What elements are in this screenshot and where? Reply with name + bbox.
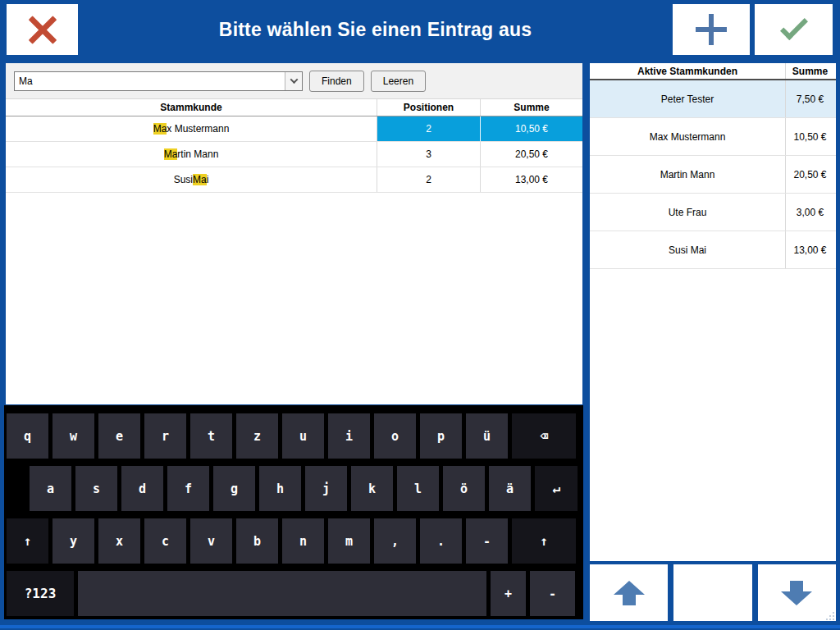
key-o-umlaut[interactable]: ö <box>443 466 485 511</box>
keyboard-row: asdfghjklöä↵ <box>4 466 583 511</box>
scroll-up-button[interactable] <box>590 564 668 621</box>
key-q[interactable]: q <box>7 413 48 459</box>
key-v[interactable]: v <box>190 518 232 564</box>
key-hyphen[interactable]: - <box>466 518 508 564</box>
active-customer-name: Martin Mann <box>590 156 785 193</box>
key-j[interactable]: j <box>305 466 347 511</box>
active-customer-sum: 7,50 € <box>785 80 834 117</box>
key-c[interactable]: c <box>144 518 186 564</box>
up-arrow-icon <box>614 581 645 605</box>
key-r[interactable]: r <box>144 413 186 459</box>
backspace-key[interactable]: ⌫ <box>512 413 576 459</box>
key-h[interactable]: h <box>259 466 301 511</box>
search-results-panel: Finden Leeren Stammkunde Positionen Summ… <box>6 63 582 404</box>
search-match-highlight: Ma <box>153 123 167 135</box>
key-a-umlaut[interactable]: ä <box>489 466 531 511</box>
key-p[interactable]: p <box>420 413 462 459</box>
key-plus[interactable]: + <box>491 571 526 616</box>
keyboard-row: ↑yxcvbnm,.-↑ <box>4 518 583 564</box>
add-button[interactable] <box>673 4 750 55</box>
key-w[interactable]: w <box>52 413 94 459</box>
key-n[interactable]: n <box>282 518 324 564</box>
active-customer-name: Susi Mai <box>590 231 785 268</box>
results-table-body: Max Mustermann210,50 €Martin Mann320,50 … <box>6 116 582 193</box>
keyboard-row: qwertzuiopü⌫ <box>4 413 583 459</box>
key-e[interactable]: e <box>98 413 140 459</box>
pager-middle-button[interactable] <box>673 564 751 621</box>
key-period[interactable]: . <box>420 518 462 564</box>
table-row[interactable]: Martin Mann320,50 € <box>6 142 582 167</box>
virtual-keyboard: qwertzuiopü⌫asdfghjklöä↵↑yxcvbnm,.-↑?123… <box>4 405 583 619</box>
active-customer-name: Peter Tester <box>590 80 785 117</box>
table-row[interactable]: Susi Mai213,00 € <box>6 167 582 193</box>
key-o[interactable]: o <box>374 413 416 459</box>
positions-cell: 2 <box>377 167 480 192</box>
close-button[interactable] <box>7 4 78 55</box>
column-header-aktive-stammkunden[interactable]: Aktive Stammkunden <box>590 63 785 79</box>
key-m[interactable]: m <box>328 518 370 564</box>
titlebar: Bitte wählen Sie einen Eintrag aus <box>0 0 840 61</box>
list-item[interactable]: Martin Mann20,50 € <box>590 156 836 194</box>
key-z[interactable]: z <box>236 413 278 459</box>
name-text: rtin Mann <box>177 148 218 160</box>
key-s[interactable]: s <box>75 466 117 511</box>
space-key[interactable] <box>78 571 486 616</box>
key-u-umlaut[interactable]: ü <box>466 413 508 459</box>
symbols-key[interactable]: ?123 <box>7 571 74 616</box>
key-l[interactable]: l <box>397 466 439 511</box>
column-header-stammkunde[interactable]: Stammkunde <box>6 99 377 116</box>
key-u[interactable]: u <box>282 413 324 459</box>
key-comma[interactable]: , <box>374 518 416 564</box>
active-customers-panel: Aktive Stammkunden Summe Peter Tester7,5… <box>590 63 836 561</box>
column-header-summe-right[interactable]: Summe <box>785 63 834 79</box>
key-x[interactable]: x <box>98 518 140 564</box>
column-header-positionen[interactable]: Positionen <box>377 99 480 116</box>
key-minus[interactable]: - <box>530 571 575 616</box>
search-combobox[interactable] <box>14 71 303 91</box>
table-row[interactable]: Max Mustermann210,50 € <box>6 116 582 142</box>
search-input[interactable] <box>15 72 285 90</box>
active-table-body: Peter Tester7,50 €Max Mustermann10,50 €M… <box>590 80 836 269</box>
key-d[interactable]: d <box>121 466 163 511</box>
list-item[interactable]: Peter Tester7,50 € <box>590 80 836 118</box>
confirm-button[interactable] <box>755 4 833 55</box>
key-b[interactable]: b <box>236 518 278 564</box>
find-button[interactable]: Finden <box>309 71 364 92</box>
active-customer-sum: 10,50 € <box>785 118 834 155</box>
list-item[interactable]: Ute Frau3,00 € <box>590 194 836 231</box>
key-a[interactable]: a <box>30 466 71 511</box>
sum-cell: 10,50 € <box>480 116 582 141</box>
down-arrow-icon <box>781 581 812 605</box>
positions-cell: 2 <box>377 116 480 141</box>
key-y[interactable]: y <box>52 518 94 564</box>
dropdown-arrow-icon[interactable] <box>285 72 302 90</box>
active-customer-sum: 20,50 € <box>785 156 834 193</box>
list-item[interactable]: Susi Mai13,00 € <box>590 231 836 269</box>
customer-name-cell: Martin Mann <box>6 142 377 167</box>
name-text: i <box>207 174 209 185</box>
close-icon <box>26 13 59 46</box>
key-i[interactable]: i <box>328 413 370 459</box>
active-customer-name: Ute Frau <box>590 194 785 231</box>
name-text: Susi <box>174 174 193 185</box>
scroll-down-button[interactable] <box>758 564 836 621</box>
resize-grip[interactable] <box>833 619 834 620</box>
list-item[interactable]: Max Mustermann10,50 € <box>590 118 836 156</box>
key-k[interactable]: k <box>351 466 393 511</box>
key-f[interactable]: f <box>167 466 209 511</box>
key-t[interactable]: t <box>190 413 232 459</box>
active-table-header: Aktive Stammkunden Summe <box>590 63 836 80</box>
dialog-title: Bitte wählen Sie einen Eintrag aus <box>78 19 673 41</box>
shift-right-key[interactable]: ↑ <box>512 518 576 564</box>
clear-button[interactable]: Leeren <box>371 71 426 92</box>
name-text: x Mustermann <box>167 123 229 135</box>
enter-key[interactable]: ↵ <box>535 466 578 511</box>
shift-left-key[interactable]: ↑ <box>7 518 48 564</box>
column-header-summe[interactable]: Summe <box>480 99 582 116</box>
bottom-accent-bar <box>0 625 840 628</box>
search-match-highlight: Ma <box>164 148 178 160</box>
active-customer-sum: 13,00 € <box>785 231 834 268</box>
keyboard-row: ?123+- <box>4 571 583 616</box>
key-g[interactable]: g <box>213 466 255 511</box>
sum-cell: 20,50 € <box>480 142 582 167</box>
